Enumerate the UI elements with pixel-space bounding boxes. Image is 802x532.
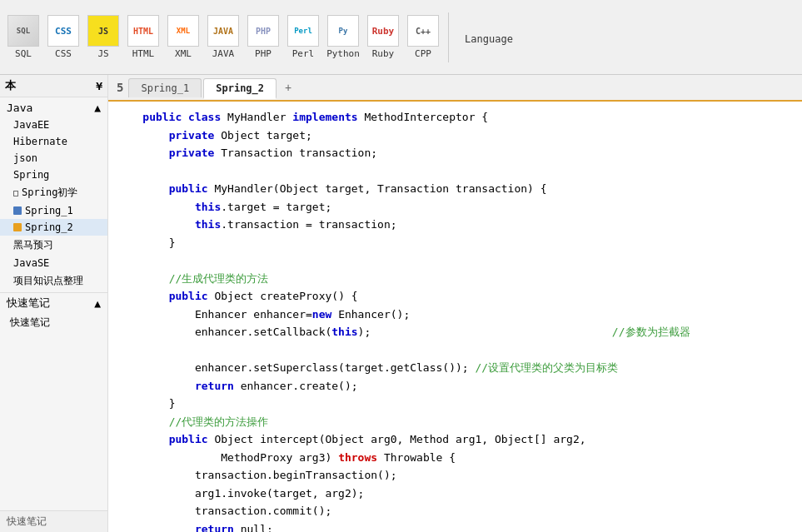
sidebar-bottom: 快速笔记 bbox=[0, 510, 107, 532]
line-content: //生成代理类的方法 bbox=[108, 271, 268, 287]
lang-label-java: JAVA bbox=[212, 48, 235, 59]
line-content bbox=[108, 163, 123, 180]
sidebar-icon: ¥ bbox=[96, 80, 102, 92]
code-line: public MyHandler(Object target, Transact… bbox=[108, 180, 802, 198]
lang-item-python[interactable]: PyPython bbox=[325, 15, 361, 59]
line-content: transaction.beginTransaction(); bbox=[108, 467, 397, 484]
sidebar-header: 本 ¥ bbox=[0, 75, 107, 97]
line-content: private Transaction transaction; bbox=[108, 145, 377, 162]
add-tab-button[interactable]: + bbox=[278, 77, 298, 97]
code-line: return null; bbox=[108, 520, 802, 533]
lang-label-php: PHP bbox=[255, 48, 271, 59]
notes-label: 快速笔记 bbox=[7, 296, 50, 311]
tab-bar: 5 Spring_1 Spring_2 + bbox=[108, 75, 802, 102]
lang-item-perl[interactable]: PerlPerl bbox=[285, 15, 321, 59]
knowledge-label: 项目知识点整理 bbox=[13, 274, 83, 288]
tab-spring2[interactable]: Spring_2 bbox=[203, 78, 276, 99]
sidebar-title: 本 bbox=[5, 78, 16, 93]
lang-label-sql: SQL bbox=[15, 48, 32, 59]
lang-item-java[interactable]: JAVAJAVA bbox=[205, 15, 242, 59]
lang-label-cpp: CPP bbox=[415, 48, 431, 59]
lang-icon-ruby: Ruby bbox=[367, 15, 399, 47]
line-content: //代理类的方法操作 bbox=[108, 414, 268, 430]
lang-item-cpp[interactable]: C++CPP bbox=[405, 15, 441, 59]
tab-spring1[interactable]: Spring_1 bbox=[128, 78, 202, 97]
code-line bbox=[108, 162, 802, 181]
code-line: enhancer.setSuperclass(target.getClass()… bbox=[108, 359, 802, 377]
code-line: //生成代理类的方法 bbox=[108, 270, 802, 288]
language-icons: SQLSQLCSSCSSJSJSHTMLHTMLXMLXMLJAVAJAVAPH… bbox=[5, 15, 441, 59]
lang-label-css: CSS bbox=[55, 48, 72, 59]
code-line: Enhancer enhancer=new Enhancer(); bbox=[108, 306, 802, 324]
lang-label-html: HTML bbox=[132, 48, 155, 59]
lang-label-python: Python bbox=[326, 48, 360, 59]
sidebar-item-spring[interactable]: Spring bbox=[0, 167, 107, 183]
sidebar-item-quicknote[interactable]: 快速笔记 bbox=[0, 313, 107, 332]
code-editor[interactable]: public class MyHandler implements Method… bbox=[108, 102, 802, 532]
code-line bbox=[108, 341, 802, 360]
lang-icon-xml: XML bbox=[167, 15, 199, 47]
lang-icon-js: JS bbox=[87, 15, 119, 47]
code-line bbox=[108, 251, 802, 270]
spring2-label: Spring_2 bbox=[25, 221, 73, 233]
line-content: Enhancer enhancer=new Enhancer(); bbox=[108, 306, 410, 323]
line-content: arg1.invoke(target, arg2); bbox=[108, 485, 364, 502]
code-line: public class MyHandler implements Method… bbox=[108, 108, 802, 127]
java-collapse-icon: ▲ bbox=[94, 102, 101, 114]
spring1-label: Spring_1 bbox=[25, 205, 73, 216]
lang-label-ruby: Ruby bbox=[372, 48, 395, 59]
code-line: private Transaction transaction; bbox=[108, 144, 802, 162]
lang-item-php[interactable]: PHPPHP bbox=[245, 15, 281, 59]
java-section: Java ▲ JavaEE Hibernate json Spring □ Sp bbox=[0, 97, 107, 292]
main-layout: 本 ¥ Java ▲ JavaEE Hibernate json Spri bbox=[0, 75, 802, 532]
hibernate-label: Hibernate bbox=[13, 136, 67, 147]
sidebar-item-javaee[interactable]: JavaEE bbox=[0, 117, 107, 133]
code-line: private Object target; bbox=[108, 127, 802, 145]
line-content: return null; bbox=[108, 521, 273, 533]
code-line: public Object intercept(Object arg0, Met… bbox=[108, 430, 802, 449]
spring-beginner-icon: □ bbox=[13, 188, 18, 197]
line-content: enhancer.setCallback(this); //参数为拦截器 bbox=[108, 324, 690, 341]
spring2-dot bbox=[13, 223, 22, 231]
lang-icon-html: HTML bbox=[127, 15, 159, 47]
line-content: transaction.commit(); bbox=[108, 503, 331, 520]
code-line: transaction.commit(); bbox=[108, 502, 802, 520]
code-line: this.transaction = transaction; bbox=[108, 216, 802, 234]
bottom-label: 快速笔记 bbox=[7, 515, 47, 527]
sidebar-item-javase[interactable]: JavaSE bbox=[0, 255, 107, 271]
code-line: return enhancer.create(); bbox=[108, 377, 802, 395]
lang-icon-cpp: C++ bbox=[407, 15, 439, 47]
lang-item-html[interactable]: HTMLHTML bbox=[125, 15, 162, 59]
code-line: } bbox=[108, 234, 802, 252]
sidebar-item-json[interactable]: json bbox=[0, 150, 107, 167]
sidebar-item-spring2[interactable]: Spring_2 bbox=[0, 219, 107, 236]
json-label: json bbox=[13, 152, 37, 164]
sidebar-item-blackhorse[interactable]: 黑马预习 bbox=[0, 236, 107, 255]
language-section-label: Language bbox=[456, 33, 522, 45]
lang-item-sql[interactable]: SQLSQL bbox=[5, 15, 42, 59]
app-container: SQLSQLCSSCSSJSJSHTMLHTMLXMLXMLJAVAJAVAPH… bbox=[0, 0, 802, 532]
lang-item-js[interactable]: JSJS bbox=[85, 15, 122, 59]
lang-item-ruby[interactable]: RubyRuby bbox=[365, 15, 401, 59]
toolbar: SQLSQLCSSCSSJSJSHTMLHTMLXMLXMLJAVAJAVAPH… bbox=[0, 0, 802, 75]
sidebar-item-spring-beginner[interactable]: □ Spring初学 bbox=[0, 183, 107, 202]
lang-item-css[interactable]: CSSCSS bbox=[45, 15, 82, 59]
spring-label: Spring bbox=[13, 169, 49, 181]
sidebar-item-knowledge[interactable]: 项目知识点整理 bbox=[0, 271, 107, 291]
line-content: } bbox=[108, 235, 175, 251]
line-content: public MyHandler(Object target, Transact… bbox=[108, 181, 547, 197]
sidebar-item-hibernate[interactable]: Hibernate bbox=[0, 133, 107, 150]
lang-icon-css: CSS bbox=[47, 15, 79, 47]
line-content bbox=[108, 252, 123, 269]
lang-label-xml: XML bbox=[175, 48, 192, 59]
tab-number: 5 bbox=[112, 81, 128, 94]
lang-item-xml[interactable]: XMLXML bbox=[165, 15, 202, 59]
line-content: return enhancer.create(); bbox=[108, 378, 358, 395]
sidebar-item-spring1[interactable]: Spring_1 bbox=[0, 202, 107, 219]
code-line: public Object createProxy() { bbox=[108, 287, 802, 306]
java-section-header[interactable]: Java ▲ bbox=[0, 99, 107, 117]
notes-section-header[interactable]: 快速笔记 ▲ bbox=[0, 292, 107, 313]
blackhorse-label: 黑马预习 bbox=[13, 238, 53, 252]
code-line: arg1.invoke(target, arg2); bbox=[108, 485, 802, 503]
line-content: this.transaction = transaction; bbox=[108, 216, 397, 233]
